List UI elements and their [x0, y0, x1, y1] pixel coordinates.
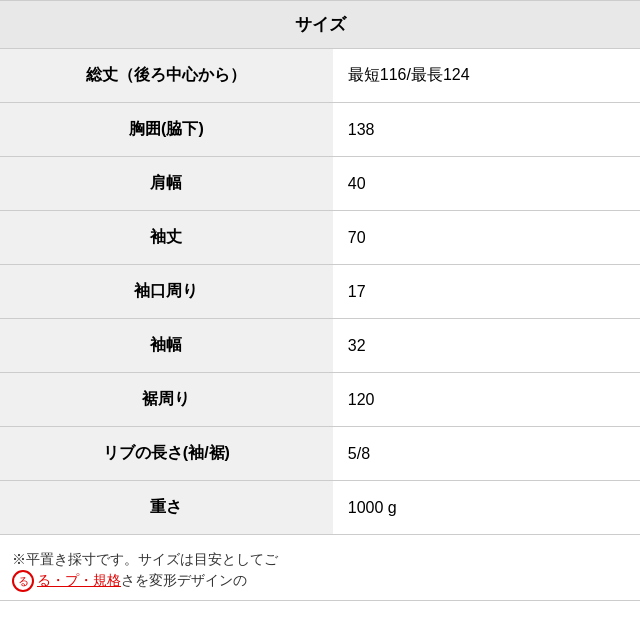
table-row: リブの長さ(袖/裾)5/8	[0, 427, 640, 481]
row-label: 総丈（後ろ中心から）	[0, 49, 333, 103]
row-label: 袖口周り	[0, 265, 333, 319]
row-value: 5/8	[333, 427, 640, 481]
size-table: サイズ 総丈（後ろ中心から）最短116/最長124胸囲(脇下)138肩幅40袖丈…	[0, 0, 640, 601]
row-value: 17	[333, 265, 640, 319]
row-label: 重さ	[0, 481, 333, 535]
red-circle-icon[interactable]: る	[12, 570, 34, 592]
table-row: 裾周り120	[0, 373, 640, 427]
row-label: リブの長さ(袖/裾)	[0, 427, 333, 481]
row-value: 最短116/最長124	[333, 49, 640, 103]
table-row: 袖口周り17	[0, 265, 640, 319]
note-cell: ※平置き採寸です。サイズは目安としてご るる・プ・規格さを変形デザインの	[0, 535, 640, 601]
row-label: 肩幅	[0, 157, 333, 211]
row-value: 120	[333, 373, 640, 427]
table-row: 肩幅40	[0, 157, 640, 211]
row-label: 袖幅	[0, 319, 333, 373]
table-row: 袖幅32	[0, 319, 640, 373]
row-label: 袖丈	[0, 211, 333, 265]
note-row: ※平置き採寸です。サイズは目安としてご るる・プ・規格さを変形デザインの	[0, 535, 640, 601]
row-label: 裾周り	[0, 373, 333, 427]
table-header-row: サイズ	[0, 1, 640, 49]
note-text-prefix: ※平置き採寸です。サイズは目安としてご	[12, 551, 278, 567]
table-header: サイズ	[0, 1, 640, 49]
note-link[interactable]: る・プ・規格	[37, 572, 121, 588]
table-row: 重さ1000 g	[0, 481, 640, 535]
table-row: 総丈（後ろ中心から）最短116/最長124	[0, 49, 640, 103]
row-value: 138	[333, 103, 640, 157]
note-text-suffix: さを変形デザインの	[121, 572, 247, 588]
row-value: 40	[333, 157, 640, 211]
row-value: 1000 g	[333, 481, 640, 535]
row-label: 胸囲(脇下)	[0, 103, 333, 157]
table-row: 袖丈70	[0, 211, 640, 265]
row-value: 70	[333, 211, 640, 265]
row-value: 32	[333, 319, 640, 373]
table-row: 胸囲(脇下)138	[0, 103, 640, 157]
